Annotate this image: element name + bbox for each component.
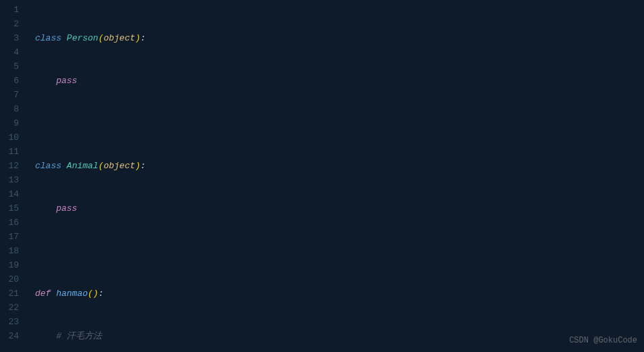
line-number: 12: [0, 159, 19, 173]
line-number: 1: [0, 3, 19, 17]
line-number: 8: [0, 102, 19, 116]
line-number: 4: [0, 45, 19, 59]
code-line: pass: [35, 74, 644, 88]
line-number: 23: [0, 315, 19, 329]
line-number: 17: [0, 230, 19, 244]
code-line: class Animal(object):: [35, 159, 644, 173]
code-line: [35, 244, 644, 258]
code-line: # 汗毛方法: [35, 329, 644, 343]
line-number: 9: [0, 116, 19, 130]
code-line: pass: [35, 201, 644, 216]
code-line: [35, 116, 644, 130]
line-number: 19: [0, 258, 19, 272]
line-number: 20: [0, 272, 19, 286]
line-number: 14: [0, 187, 19, 201]
line-number: 21: [0, 286, 19, 301]
line-number: 7: [0, 88, 19, 102]
line-number: 11: [0, 145, 19, 159]
line-number: 3: [0, 31, 19, 45]
code-line: def hanmao():: [35, 286, 644, 301]
watermark-text: CSDN @GokuCode: [569, 334, 637, 348]
line-number: 16: [0, 216, 19, 230]
line-number: 6: [0, 74, 19, 88]
line-number: 24: [0, 329, 19, 343]
line-number: 10: [0, 130, 19, 145]
line-number: 2: [0, 17, 19, 31]
line-number-gutter: 1 2 3 4 5 6 7 8 9 10 11 12 13 14 15 16 1…: [0, 0, 26, 352]
line-number: 22: [0, 301, 19, 315]
line-number: 13: [0, 173, 19, 187]
code-line: class Person(object):: [35, 31, 644, 45]
code-editor: 1 2 3 4 5 6 7 8 9 10 11 12 13 14 15 16 1…: [0, 0, 644, 352]
line-number: 15: [0, 201, 19, 216]
code-content[interactable]: class Person(object): pass class Animal(…: [26, 0, 644, 352]
line-number: 18: [0, 244, 19, 258]
line-number: 5: [0, 59, 19, 74]
